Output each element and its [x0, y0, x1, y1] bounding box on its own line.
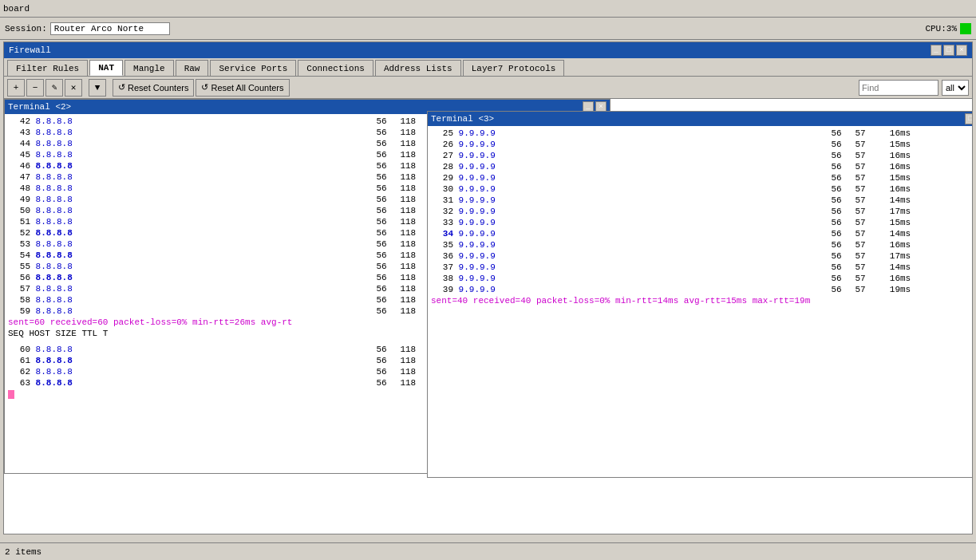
table-row: 26 9.9.9.95657 15ms — [431, 139, 968, 150]
close-button[interactable]: × — [956, 45, 967, 56]
add-button[interactable]: + — [7, 79, 25, 97]
minimize-button[interactable]: _ — [931, 45, 942, 56]
reset-all-counters-button[interactable]: ↺ Reset All Counters — [196, 79, 289, 97]
tab-raw[interactable]: Raw — [176, 60, 209, 76]
remove-button[interactable]: − — [26, 79, 44, 97]
terminal-3-maximize[interactable]: □ — [965, 113, 972, 124]
top-bar: board — [0, 0, 976, 18]
cpu-label: CPU:3% — [925, 24, 957, 34]
table-row: 28 9.9.9.95657 16ms — [431, 161, 968, 172]
terminal-2-title: Terminal <2> — [8, 102, 71, 112]
terminal-3-summary: sent=40 received=40 packet-loss=0% min-r… — [431, 295, 968, 306]
cursor-indicator — [8, 390, 14, 399]
table-row: 38 9.9.9.95657 16ms — [431, 273, 968, 284]
tab-filter-rules[interactable]: Filter Rules — [7, 60, 88, 76]
terminal-3-content[interactable]: 25 9.9.9.95657 16ms 26 9.9.9.95657 15ms … — [428, 126, 972, 477]
session-label: Session: — [5, 24, 47, 34]
table-row: 32 9.9.9.95657 17ms — [431, 206, 968, 217]
table-row: 31 9.9.9.95657 14ms — [431, 195, 968, 206]
toolbar: + − ✎ ✕ ▼ ↺ Reset Counters ↺ Reset All C… — [4, 77, 972, 99]
table-row: 25 9.9.9.95657 16ms — [431, 128, 968, 139]
tab-address-lists[interactable]: Address Lists — [375, 60, 461, 76]
firewall-window: Firewall _ □ × Filter Rules NAT Mangle R… — [3, 41, 973, 534]
cpu-indicator — [960, 23, 971, 34]
tab-layer7-protocols[interactable]: Layer7 Protocols — [463, 60, 565, 76]
items-count: 2 items — [5, 547, 41, 557]
copy-button[interactable]: ✕ — [65, 79, 82, 97]
find-select[interactable]: all — [942, 80, 969, 96]
table-row: 34 9.9.9.95657 14ms — [431, 228, 968, 239]
terminal-3-titlebar: Terminal <3> □ — [428, 112, 972, 126]
table-row: 27 9.9.9.95657 16ms — [431, 150, 968, 161]
filter-button[interactable]: ▼ — [89, 79, 106, 97]
table-row: 37 9.9.9.95657 14ms — [431, 262, 968, 273]
table-row: 30 9.9.9.95657 16ms — [431, 183, 968, 195]
table-row: 39 9.9.9.95657 19ms — [431, 284, 968, 295]
tab-mangle[interactable]: Mangle — [124, 60, 174, 76]
status-bar: 2 items — [0, 542, 976, 560]
table-row: 35 9.9.9.95657 16ms — [431, 239, 968, 250]
firewall-titlebar: Firewall _ □ × — [4, 42, 972, 58]
table-row: 36 9.9.9.95657 17ms — [431, 250, 968, 262]
maximize-button[interactable]: □ — [943, 45, 954, 56]
session-bar: Session: CPU:3% — [0, 18, 976, 40]
session-input[interactable] — [50, 22, 170, 35]
reset-all-counters-icon: ↺ — [201, 82, 208, 93]
tab-nat[interactable]: NAT — [89, 60, 123, 76]
main-content: Terminal <2> _ × 42 8.8.8.856 118 26ms 4… — [4, 99, 972, 534]
firewall-title: Firewall — [9, 45, 51, 55]
tab-connections[interactable]: Connections — [298, 60, 373, 76]
find-input[interactable] — [859, 80, 938, 96]
terminal-3-title: Terminal <3> — [431, 114, 494, 124]
edit-button[interactable]: ✎ — [45, 79, 63, 97]
board-label: board — [3, 4, 30, 14]
tab-service-ports[interactable]: Service Ports — [210, 60, 296, 76]
reset-counters-button[interactable]: ↺ Reset Counters — [113, 79, 194, 97]
reset-counters-icon: ↺ — [118, 82, 125, 93]
tabs-bar: Filter Rules NAT Mangle Raw Service Port… — [4, 58, 972, 77]
terminal-3: Terminal <3> □ 25 9.9.9.95657 16ms 26 9.… — [427, 111, 972, 478]
table-row: 33 9.9.9.95657 15ms — [431, 217, 968, 228]
table-row: 29 9.9.9.95657 15ms — [431, 172, 968, 183]
